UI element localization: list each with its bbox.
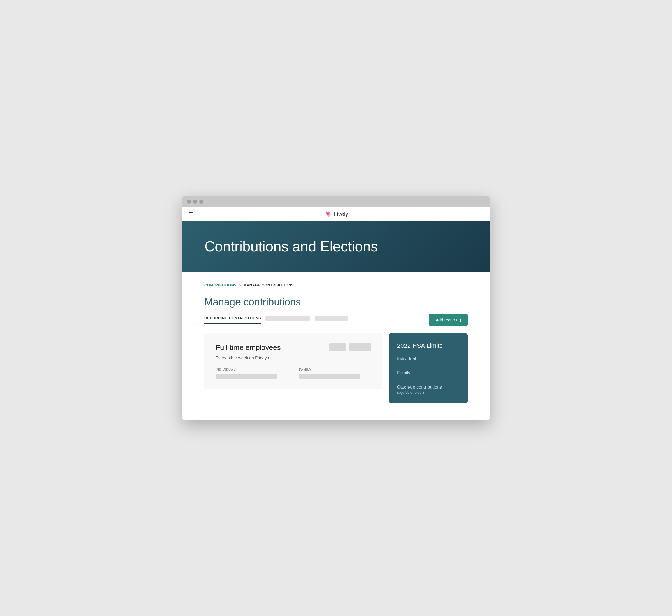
browser-titlebar — [182, 196, 490, 207]
main-area: Full-time employees Every other week on … — [204, 333, 468, 403]
card-subtitle: Every other week on Fridays — [216, 355, 371, 360]
fields-row: INDIVIDUAL FAMILY — [216, 368, 371, 379]
badge-placeholder-2 — [349, 343, 371, 351]
traffic-light-green — [199, 200, 203, 204]
tab-placeholder-2 — [315, 316, 348, 321]
logo-area: Lively — [324, 210, 348, 218]
hsa-family-item: Family — [397, 370, 460, 380]
breadcrumb-link[interactable]: CONTRIBUTIONS — [204, 283, 237, 287]
breadcrumb-current: MANAGE CONTRIBUTIONS — [244, 283, 294, 287]
traffic-light-red — [187, 200, 191, 204]
hsa-catchup-item: Catch-up contributions (age 55 or older) — [397, 385, 460, 395]
hsa-panel-title: 2022 HSA Limits — [397, 342, 460, 349]
card-title: Full-time employees — [216, 343, 281, 352]
browser-window: ☰ Lively Contributions and Elections CON… — [182, 196, 490, 420]
hero-section: Contributions and Elections — [182, 221, 490, 272]
lively-logo-icon — [324, 210, 332, 218]
hero-title: Contributions and Elections — [204, 238, 468, 255]
section-title: Manage contributions — [204, 296, 468, 308]
add-recurring-button[interactable]: Add recurring — [429, 314, 468, 326]
hsa-catchup-line2: (age 55 or older) — [397, 390, 460, 395]
card-badges — [329, 343, 371, 351]
svg-point-4 — [327, 213, 329, 215]
individual-field-group: INDIVIDUAL — [216, 368, 288, 379]
hamburger-menu[interactable]: ☰ — [189, 211, 194, 217]
family-field-group: FAMILY — [299, 368, 371, 379]
family-value-placeholder — [299, 374, 360, 379]
family-label: FAMILY — [299, 368, 371, 371]
page-content: CONTRIBUTIONS › MANAGE CONTRIBUTIONS Man… — [182, 272, 490, 420]
tab-placeholder-1 — [265, 316, 310, 321]
hsa-catchup-line1: Catch-up contributions — [397, 385, 460, 390]
breadcrumb: CONTRIBUTIONS › MANAGE CONTRIBUTIONS — [204, 283, 468, 287]
hsa-limits-panel: 2022 HSA Limits Individual Family Catch-… — [389, 333, 468, 403]
browser-navbar: ☰ Lively — [182, 207, 490, 221]
individual-label: INDIVIDUAL — [216, 368, 288, 371]
badge-placeholder-1 — [329, 343, 346, 351]
individual-value-placeholder — [216, 374, 277, 379]
tab-recurring-contributions[interactable]: RECURRING CONTRIBUTIONS — [204, 316, 261, 324]
contributions-card: Full-time employees Every other week on … — [204, 333, 382, 389]
hsa-individual-item: Individual — [397, 356, 460, 366]
logo-text: Lively — [334, 211, 348, 218]
card-header: Full-time employees — [216, 343, 371, 352]
traffic-light-yellow — [193, 200, 197, 204]
tabs-row: RECURRING CONTRIBUTIONS Add recurring — [204, 316, 468, 324]
breadcrumb-chevron-icon: › — [239, 283, 241, 287]
